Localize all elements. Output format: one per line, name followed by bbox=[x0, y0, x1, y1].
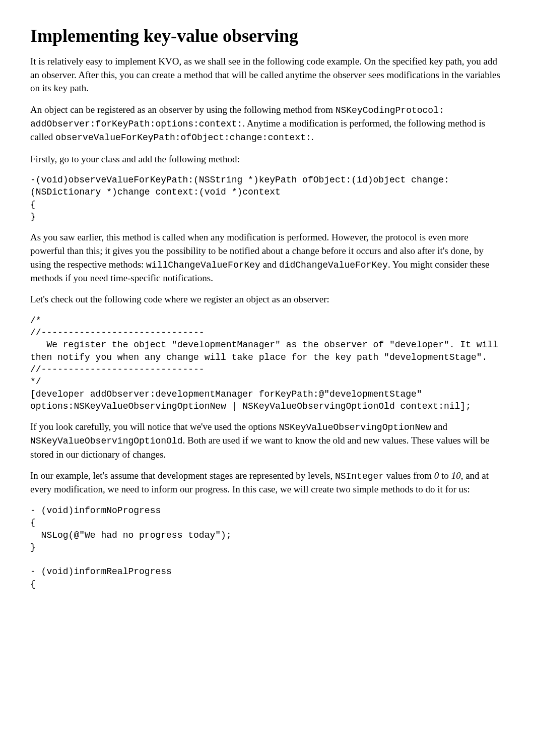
text: and bbox=[260, 259, 279, 270]
paragraph-options: If you look carefully, you will notice t… bbox=[30, 420, 504, 461]
page-title: Implementing key-value observing bbox=[30, 25, 504, 47]
text: to bbox=[439, 470, 451, 481]
code-block-observe: -(void)observeValueForKeyPath:(NSString … bbox=[30, 174, 504, 223]
paragraph-register: An object can be registered as an observ… bbox=[30, 103, 504, 145]
code-inline: NSInteger bbox=[335, 471, 384, 481]
text: and bbox=[431, 421, 447, 432]
code-inline: willChangeValueForKey bbox=[146, 260, 260, 270]
text: An object can be registered as an observ… bbox=[30, 104, 336, 115]
paragraph-intro: It is relatively easy to implement KVO, … bbox=[30, 55, 504, 95]
text: values from bbox=[384, 470, 434, 481]
text-italic: 0 bbox=[434, 470, 439, 481]
code-inline: NSKeyValueObservingOptionNew bbox=[279, 422, 431, 432]
code-inline: observeValueForKeyPath:ofObject:change:c… bbox=[55, 133, 311, 143]
code-block-methods: - (void)informNoProgress { NSLog(@"We ha… bbox=[30, 505, 504, 590]
paragraph-example: In our example, let's assume that develo… bbox=[30, 469, 504, 496]
paragraph-protocol: As you saw earlier, this method is calle… bbox=[30, 231, 504, 285]
code-inline: didChangeValueForKey bbox=[279, 260, 388, 270]
text: In our example, let's assume that develo… bbox=[30, 470, 335, 481]
text-italic: 10 bbox=[451, 470, 461, 481]
text: If you look carefully, you will notice t… bbox=[30, 421, 279, 432]
code-block-register: /* //------------------------------ We r… bbox=[30, 314, 504, 412]
code-inline: NSKeyValueObservingOptionOld bbox=[30, 436, 182, 446]
paragraph-instruction: Firstly, go to your class and add the fo… bbox=[30, 153, 504, 166]
paragraph-checkout: Let's check out the following code where… bbox=[30, 293, 504, 306]
text: . bbox=[311, 132, 314, 142]
